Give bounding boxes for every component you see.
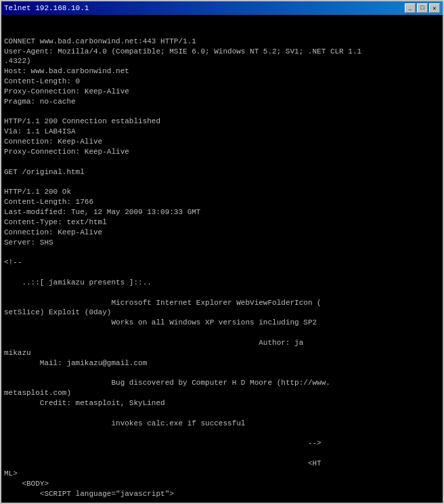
terminal-line: Content-Length: 0 xyxy=(4,77,440,87)
terminal-line: <HT xyxy=(4,459,440,469)
terminal-line: GET /original.html xyxy=(4,167,440,177)
terminal-line: setSlice) Exploit (0day) xyxy=(4,308,440,318)
terminal-line: HTTP/1.1 200 Ok xyxy=(4,187,440,197)
terminal-line: Via: 1.1 LAB4ISA xyxy=(4,127,440,137)
terminal-line xyxy=(4,177,440,188)
terminal-line: Connection: Keep-Alive xyxy=(4,137,440,147)
terminal-line: Proxy-Connection: Keep-Alive xyxy=(4,87,440,97)
window-title: Telnet 192.168.10.1 xyxy=(4,4,89,12)
terminal-line: Works on all Windows XP versions includi… xyxy=(4,318,440,328)
terminal-line: ML> xyxy=(4,469,440,479)
terminal-line xyxy=(4,429,440,439)
terminal-line: Pragma: no-cache xyxy=(4,97,440,107)
terminal-line xyxy=(4,408,440,419)
terminal-line xyxy=(4,369,440,379)
terminal-line xyxy=(4,107,440,117)
title-bar: Telnet 192.168.10.1 _ □ ✕ xyxy=(1,1,443,15)
terminal-line: Author: ja xyxy=(4,338,440,348)
terminal-line: Server: SHS xyxy=(4,238,440,248)
minimize-button[interactable]: _ xyxy=(405,3,416,13)
terminal-line: Microsoft Internet Explorer WebViewFolde… xyxy=(4,298,440,308)
terminal-line xyxy=(4,328,440,338)
terminal-line: User-Agent: Mozilla/4.0 (Compatible; MSI… xyxy=(4,47,440,57)
terminal-line: Content-Length: 1766 xyxy=(4,197,440,207)
terminal-line: <SCRIPT language="javascript"> xyxy=(4,489,440,499)
title-bar-left: Telnet 192.168.10.1 xyxy=(4,4,89,12)
terminal-line: ..::[ jamikazu presents ]::.. xyxy=(4,278,440,288)
maximize-button[interactable]: □ xyxy=(417,3,428,13)
terminal-line: .4322) xyxy=(4,56,440,66)
terminal-line: Connection: Keep-Alive xyxy=(4,228,440,238)
terminal-line: HTTP/1.1 200 Connection established xyxy=(4,117,440,127)
terminal-line xyxy=(4,157,440,167)
terminal-line xyxy=(4,448,440,459)
terminal-line: Bug discovered by Computer H D Moore (ht… xyxy=(4,378,440,388)
terminal-line: mikazu xyxy=(4,348,440,358)
terminal-output: CONNECT www.bad.carbonwind.net:443 HTTP/… xyxy=(1,15,443,503)
terminal-line: metasploit.com) xyxy=(4,388,440,398)
terminal-line: Content-Type: text/html xyxy=(4,217,440,228)
terminal-line: Proxy-Connection: Keep-Alive xyxy=(4,147,440,157)
terminal-line xyxy=(4,288,440,298)
terminal-line: --> xyxy=(4,438,440,448)
terminal-line: <BODY> xyxy=(4,479,440,489)
terminal-line: CONNECT www.bad.carbonwind.net:443 HTTP/… xyxy=(4,37,440,47)
terminal-line xyxy=(4,499,440,503)
terminal-line: Credit: metasploit, SkyLined xyxy=(4,398,440,408)
terminal-line xyxy=(4,247,440,257)
terminal-line: Host: www.bad.carbonwind.net xyxy=(4,66,440,77)
terminal-line xyxy=(4,268,440,278)
terminal-line: Mail: jamikazu@gmail.com xyxy=(4,358,440,369)
terminal-text: CONNECT www.bad.carbonwind.net:443 HTTP/… xyxy=(4,37,440,503)
terminal-line: <!-- xyxy=(4,257,440,268)
close-button[interactable]: ✕ xyxy=(429,3,440,13)
terminal-line: Last-modified: Tue, 12 May 2009 13:09:33… xyxy=(4,207,440,217)
terminal-line: invokes calc.exe if successful xyxy=(4,419,440,429)
telnet-window: Telnet 192.168.10.1 _ □ ✕ CONNECT www.ba… xyxy=(0,0,444,504)
title-bar-buttons: _ □ ✕ xyxy=(405,3,440,13)
